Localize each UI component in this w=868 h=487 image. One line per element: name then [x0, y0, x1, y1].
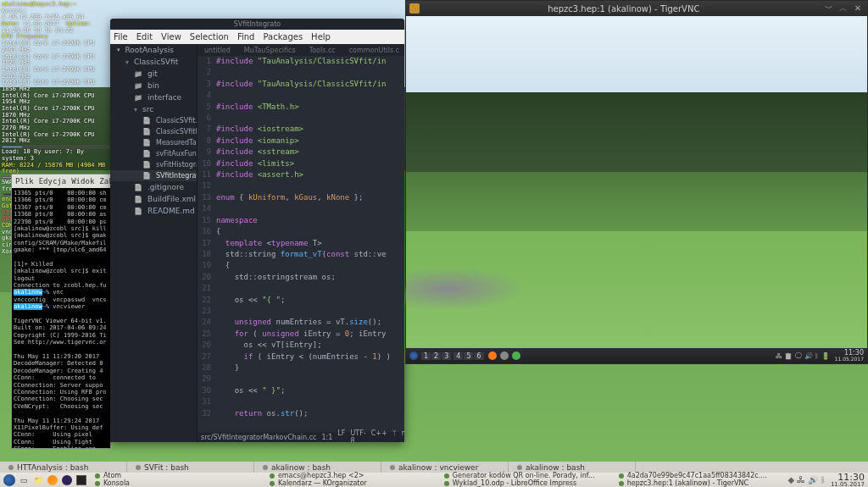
tree-project[interactable]: ClassicSVfit — [110, 56, 197, 68]
volume-icon[interactable]: 🔊 — [804, 352, 813, 360]
terminal-menubar: Plik Edycja Widok Zakła — [12, 174, 110, 188]
terminal-icon — [76, 475, 86, 485]
terminal-content[interactable]: 13365 pts/0 00:00:00 sh 13366 pts/0 00:0… — [12, 188, 110, 449]
atom-tab-bar: untitled MuTauSpecifics Tools.cc commonU… — [198, 44, 404, 56]
network-icon[interactable]: 🖧 — [797, 475, 805, 484]
menu-file[interactable]: Plik — [15, 177, 34, 186]
host-panel[interactable]: ▭ 📁 Atom Konsola emacs@hepzc3.hep <2> Ka… — [0, 473, 868, 487]
panel-task[interactable]: Konsola — [90, 480, 262, 488]
host-clock[interactable]: 11:30 11.05.2017 — [831, 473, 865, 488]
tree-folder[interactable]: bin — [110, 80, 197, 91]
panel-task-group: Atom Konsola — [90, 473, 262, 487]
tree-file[interactable]: SVfitIntegratorMarko — [110, 170, 197, 181]
remote-panel[interactable]: 123 456 🖧 📋 🖵 🔊 ᛒ 🔋 11:30 11.05.2017 — [406, 348, 867, 363]
status-language[interactable]: C++ — [371, 429, 387, 442]
tree-file[interactable]: BuildFile.xml — [110, 193, 197, 205]
show-desktop-button[interactable]: ▭ — [18, 474, 30, 486]
terminal-icon — [390, 465, 395, 470]
tree-src[interactable]: src — [110, 103, 197, 115]
menu-help[interactable]: Help — [311, 32, 331, 42]
maximize-icon[interactable]: ︿ — [837, 3, 849, 14]
files-button[interactable]: 📁 — [32, 474, 44, 486]
tab-common[interactable]: commonUtils.c — [342, 47, 404, 54]
menu-selection[interactable]: Selection — [190, 32, 229, 42]
status-encoding[interactable]: UTF-8 — [350, 429, 365, 442]
tab-tools[interactable]: Tools.cc — [303, 47, 342, 54]
clipboard-icon[interactable]: 📋 — [784, 352, 793, 360]
app-icon-green[interactable] — [512, 351, 520, 360]
menu-edit[interactable]: Edit — [136, 32, 153, 42]
fedora-menu-icon[interactable] — [409, 351, 418, 360]
terminal-button[interactable] — [75, 474, 87, 486]
tree-file[interactable]: README.md — [110, 205, 197, 217]
tree-file[interactable]: svFitAuxFunctions.cc — [110, 148, 197, 159]
menu-find[interactable]: Find — [237, 32, 255, 42]
tree-file[interactable]: MeasuredTauLepton.c — [110, 137, 197, 148]
close-icon[interactable]: ✕ — [852, 3, 864, 13]
panel-task-group: Generator kodów QR on-line. Porady, inf.… — [439, 473, 611, 487]
panel-task[interactable]: Kalendarz — KOrganizator — [264, 480, 437, 488]
menu-bookmarks[interactable]: Zakła — [99, 177, 111, 186]
impress-icon — [444, 481, 449, 486]
vnc-window-title: hepzc3.hep:1 (akalinow) - TigerVNC — [425, 4, 823, 14]
tree-folder[interactable]: git — [110, 68, 197, 80]
tab-untitled[interactable]: untitled — [198, 47, 237, 54]
bluetooth-icon[interactable]: ᛒ — [815, 352, 819, 360]
browser-icon — [444, 473, 449, 479]
menu-packages[interactable]: Packages — [263, 32, 303, 42]
workspace-tabs[interactable]: 123 — [421, 352, 452, 360]
minimize-icon[interactable]: ﹀ — [823, 3, 835, 14]
tigervnc-window[interactable]: hepzc3.hep:1 (akalinow) - TigerVNC ﹀ ︿ ✕… — [405, 0, 868, 364]
remote-clock[interactable]: 11:30 11.05.2017 — [835, 350, 864, 362]
host-system-tray[interactable]: ◆ 🖧 🔊 ᛒ — [788, 475, 826, 484]
taskbar-item[interactable]: SVFit : bash — [127, 462, 254, 473]
line-gutter: 1234567891011121314151617181920212223242… — [198, 56, 216, 432]
atom-code-area[interactable]: 1234567891011121314151617181920212223242… — [198, 56, 404, 432]
status-path[interactable]: src/SVfitIntegratorMarkovChain.cc — [201, 434, 316, 441]
korganizer-icon — [270, 481, 275, 486]
app-icon[interactable] — [500, 351, 509, 360]
eclipse-icon — [62, 475, 72, 485]
menu-view[interactable]: View — [161, 32, 181, 42]
eclipse-button[interactable] — [61, 474, 73, 486]
terminal-icon — [8, 465, 14, 470]
atom-tree-view[interactable]: RootAnalysis ClassicSVfit gitbininterfac… — [110, 44, 198, 442]
atom-titlebar: SVfitIntegrato — [110, 19, 404, 30]
window-controls: ﹀ ︿ ✕ — [823, 3, 864, 14]
firefox-icon[interactable] — [488, 351, 497, 360]
tab-mutau[interactable]: MuTauSpecifics — [237, 47, 303, 54]
menu-file[interactable]: File — [114, 32, 128, 42]
tree-file[interactable]: ClassicSVfitIntegrand — [110, 126, 197, 137]
updates-icon[interactable]: ◆ — [788, 475, 795, 484]
vnc-remote-desktop[interactable]: 123 456 🖧 📋 🖵 🔊 ᛒ 🔋 11:30 11.05.2017 — [406, 16, 867, 363]
network-icon[interactable]: 🖧 — [776, 352, 782, 360]
tree-file[interactable]: svFitHistogramAdapt — [110, 159, 197, 170]
vnc-titlebar[interactable]: hepzc3.hep:1 (akalinow) - TigerVNC ﹀ ︿ ✕ — [406, 1, 867, 16]
menu-view[interactable]: Widok — [71, 177, 94, 186]
tigervnc-icon — [619, 481, 624, 486]
terminal-window[interactable]: Plik Edycja Widok Zakła 13365 pts/0 00:0… — [11, 174, 111, 449]
battery-icon[interactable]: 🔋 — [821, 352, 830, 360]
status-position[interactable]: 1:1 — [321, 434, 332, 441]
panel-task-group: emacs@hepzc3.hep <2> Kalendarz — KOrgani… — [264, 473, 437, 487]
display-icon[interactable]: 🖵 — [795, 352, 802, 360]
volume-icon[interactable]: 🔊 — [808, 475, 818, 484]
panel-task[interactable]: Wyklad_10.odp - LibreOffice Impress — [439, 480, 611, 488]
code-lines[interactable]: #include "TauAnalysis/ClassicSVfit/in #i… — [216, 56, 404, 432]
panel-task[interactable]: hepzc3.hep:1 (akalinow) - TigerVNC — [614, 480, 786, 488]
bluetooth-icon[interactable]: ᛒ — [821, 475, 826, 484]
tree-file[interactable]: ClassicSVfit.cc — [110, 115, 197, 126]
atom-menubar: File Edit View Selection Find Packages H… — [110, 30, 404, 44]
firefox-button[interactable] — [47, 474, 58, 486]
status-branch[interactable]: master — [402, 429, 404, 442]
terminal-icon — [136, 465, 141, 470]
status-eol[interactable]: LF — [337, 429, 345, 442]
atom-editor-window[interactable]: SVfitIntegrato File Edit View Selection … — [110, 19, 404, 442]
tigervnc-icon — [409, 3, 420, 14]
system-tray[interactable]: 🖧 📋 🖵 🔊 ᛒ 🔋 — [776, 352, 830, 360]
tree-folder[interactable]: interface — [110, 91, 197, 103]
tree-file[interactable]: .gitignore — [110, 181, 197, 193]
fedora-menu-button[interactable] — [3, 474, 15, 486]
menu-edit[interactable]: Edycja — [39, 177, 67, 186]
tree-root[interactable]: RootAnalysis — [110, 44, 197, 56]
